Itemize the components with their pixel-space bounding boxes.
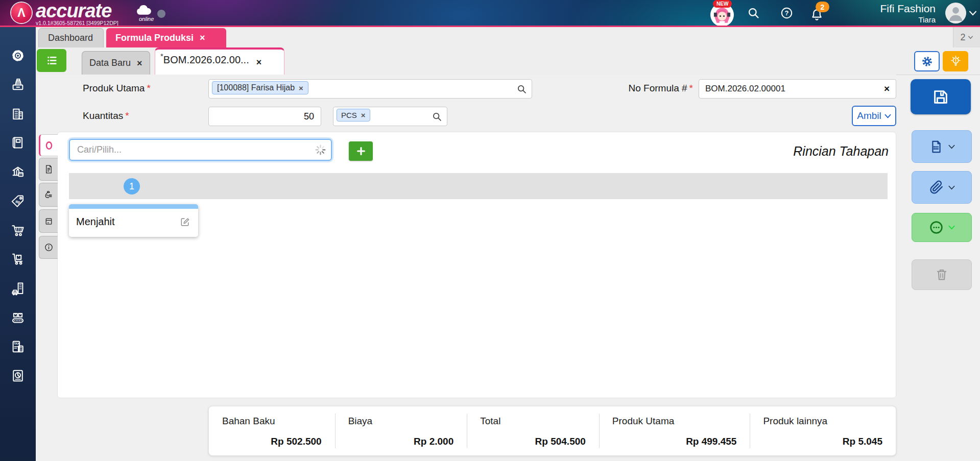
cost-summary-bar: Bahan Baku Rp 502.500 Biaya Rp 2.000 Tot… — [208, 406, 896, 456]
step-card-accent — [69, 204, 198, 209]
add-tahapan-button[interactable] — [349, 141, 373, 161]
panel-tab-biaya[interactable]: Rp — [39, 183, 58, 207]
chip-remove-icon[interactable]: × — [361, 111, 366, 119]
produk-utama-chip[interactable]: [100088] Farisa Hijab × — [212, 81, 308, 94]
produk-utama-field[interactable]: [100088] Farisa Hijab × — [208, 79, 532, 99]
print-document-button[interactable] — [912, 130, 972, 163]
subtab-bom-document[interactable]: * BOM.2026.02.00... × — [155, 47, 284, 75]
ambil-button[interactable]: Ambil — [852, 106, 896, 126]
app-header: Λ accurate online v1.0.1#3605-587261 [34… — [0, 0, 980, 26]
close-icon[interactable]: × — [137, 59, 142, 68]
info-icon — [43, 242, 54, 253]
attachment-button[interactable] — [912, 171, 972, 204]
unit-chip[interactable]: PCS × — [337, 109, 370, 122]
kuantitas-label: Kuantitas* — [83, 110, 129, 122]
step-card[interactable]: Menjahit — [69, 204, 198, 237]
manufacturing-icon[interactable] — [10, 310, 26, 325]
summary-value: Rp 504.500 — [535, 436, 586, 447]
chip-remove-icon[interactable]: × — [299, 84, 303, 92]
save-button[interactable] — [911, 79, 971, 114]
no-formula-field[interactable]: × — [699, 79, 896, 99]
panel-tab-info[interactable] — [39, 236, 58, 259]
close-icon[interactable]: × — [200, 33, 205, 42]
brand-subtitle: online — [139, 16, 154, 22]
company-icon[interactable] — [10, 106, 26, 122]
more-actions-button[interactable] — [912, 213, 972, 242]
notification-count-badge: 2 — [816, 2, 829, 12]
tab-overflow-count: 2 — [960, 32, 965, 43]
chevron-down-icon — [948, 185, 955, 190]
summary-value: Rp 502.500 — [271, 436, 321, 447]
tahapan-search-input[interactable] — [69, 139, 332, 161]
summary-value: Rp 2.000 — [414, 436, 453, 447]
loading-spinner-icon — [315, 144, 326, 156]
list-view-button[interactable] — [37, 49, 66, 72]
panel-tab-produk[interactable] — [39, 209, 58, 233]
clear-icon[interactable]: × — [884, 83, 890, 94]
user-block[interactable]: Fifi Fashion Tiara — [838, 3, 936, 24]
tab-overflow-dropdown[interactable]: 2 — [953, 27, 980, 47]
summary-bahan-baku: Bahan Baku Rp 502.500 — [209, 406, 335, 455]
bank-icon[interactable] — [10, 164, 26, 180]
ledger-book-icon[interactable] — [10, 135, 26, 151]
summary-value: Rp 499.455 — [686, 436, 736, 447]
panel-tab-detail[interactable] — [39, 158, 58, 181]
cash-register-icon[interactable] — [10, 77, 26, 92]
purchase-cart-icon[interactable] — [10, 223, 26, 238]
search-icon[interactable] — [747, 6, 760, 20]
summary-produk-utama: Produk Utama Rp 499.455 — [599, 406, 750, 455]
panel-tab-tahapan[interactable] — [39, 134, 58, 156]
user-avatar[interactable] — [945, 3, 966, 23]
unit-lookup-icon[interactable] — [432, 111, 442, 122]
kuantitas-field[interactable] — [208, 107, 321, 126]
list-icon — [45, 54, 59, 67]
close-icon[interactable]: × — [256, 58, 262, 67]
tab-formula-produksi[interactable]: Formula Produksi × — [106, 28, 226, 47]
rp-text: Rp — [15, 200, 20, 204]
chevron-down-icon — [948, 144, 955, 149]
summary-biaya: Biaya Rp 2.000 — [335, 406, 467, 455]
no-formula-input[interactable] — [699, 80, 896, 98]
report-icon[interactable] — [10, 368, 26, 383]
chip-label: [100088] Farisa Hijab — [217, 83, 295, 92]
summary-label: Bahan Baku — [222, 416, 275, 427]
settings-icon[interactable] — [10, 48, 26, 63]
form-settings-button[interactable] — [914, 51, 940, 71]
unit-field[interactable]: PCS × — [333, 107, 447, 126]
price-tag-rp-icon[interactable]: Rp — [10, 193, 26, 209]
tax-icon[interactable]: TAX — [10, 339, 26, 354]
no-formula-label: No Formula #* — [613, 83, 693, 94]
step-name: Menjahit — [76, 216, 115, 228]
module-sidebar: Rp TAX — [0, 27, 36, 461]
tahapan-panel — [57, 132, 896, 398]
chip-label: PCS — [341, 111, 357, 119]
user-menu-chevron-icon[interactable] — [969, 10, 977, 16]
process-ring-icon — [43, 140, 55, 151]
rail-divider — [896, 75, 980, 75]
subtab-data-baru[interactable]: Data Baru × — [82, 51, 150, 75]
delivery-trolley-icon[interactable] — [10, 252, 26, 267]
accurate-logo-icon[interactable]: Λ — [11, 3, 32, 23]
help-icon[interactable]: ? — [780, 6, 794, 20]
chevron-down-icon — [968, 35, 973, 39]
paperclip-icon — [929, 180, 944, 195]
save-icon — [930, 86, 951, 108]
question-mark: ? — [785, 9, 789, 17]
tab-dashboard[interactable]: Dashboard — [38, 28, 104, 47]
search-lookup-icon[interactable] — [516, 84, 527, 94]
produk-utama-label: Produk Utama* — [83, 83, 151, 94]
step-number-badge[interactable]: 1 — [124, 178, 140, 195]
document-lines-icon — [928, 139, 944, 155]
kuantitas-input[interactable] — [209, 107, 321, 126]
cloud-icon — [135, 4, 153, 15]
subtab-label: BOM.2026.02.00... — [163, 54, 249, 66]
document-tab-bar: Data Baru × * BOM.2026.02.00... × — [36, 47, 980, 75]
fixed-asset-icon[interactable] — [10, 281, 26, 296]
new-badge: NEW — [713, 0, 732, 8]
header-dot-icon — [157, 10, 165, 18]
delete-button[interactable] — [912, 259, 972, 290]
tab-label: Formula Produksi — [115, 33, 194, 43]
edit-icon[interactable] — [179, 216, 191, 228]
tips-button[interactable] — [943, 51, 968, 71]
summary-value: Rp 5.045 — [843, 436, 882, 447]
